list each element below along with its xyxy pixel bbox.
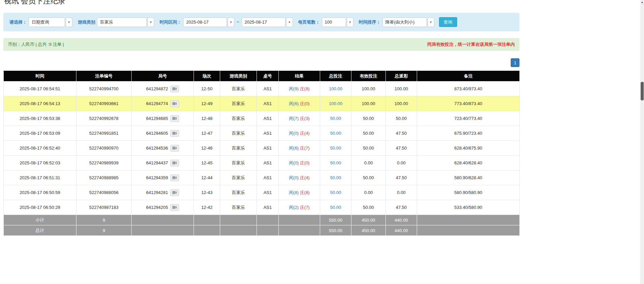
search-button[interactable]: 查询: [439, 17, 457, 27]
video-replay-icon[interactable]: [170, 160, 179, 166]
cell-session: 12-44: [194, 170, 220, 185]
cell-session: 12-42: [194, 200, 220, 215]
date-separator: ~: [237, 20, 239, 25]
content: 视讯 会员下注纪录 请选择： 日期查询 ▼ 游戏类别 百家乐 ▼ 时间区间： 2…: [3, 0, 519, 236]
total-bet-link[interactable]: 100.00: [329, 86, 342, 91]
video-replay-icon[interactable]: [170, 115, 179, 122]
cell-bet-id: 522740988056: [76, 185, 132, 200]
video-replay-icon[interactable]: [170, 175, 179, 181]
page-size-label: 每页笔数：: [298, 19, 320, 25]
table-row: 2025-08-17 06:50:59522740988056641294281…: [4, 185, 520, 200]
query-type-value[interactable]: 日期查询: [29, 18, 65, 27]
cell-table-no: AS1: [257, 156, 279, 170]
scrollbar-thumb[interactable]: [641, 82, 644, 100]
chevron-down-icon[interactable]: ▼: [147, 18, 154, 27]
cell-session: 12-46: [194, 141, 220, 156]
date-to-picker[interactable]: 2025-08-17 ▼: [242, 18, 293, 27]
cell-payout: 100.00: [386, 96, 417, 111]
footer-cell: [279, 225, 320, 236]
cell-table-no: AS1: [257, 200, 279, 215]
video-replay-icon[interactable]: [170, 145, 179, 152]
chevron-down-icon[interactable]: ▼: [347, 18, 353, 27]
cell-result: 闲(9) 庄(8): [279, 82, 320, 96]
chevron-down-icon[interactable]: ▼: [228, 18, 234, 27]
video-replay-icon[interactable]: [170, 100, 179, 107]
cell-payout: 47.50: [386, 170, 417, 185]
sort-order-label: 时间排序：: [359, 19, 381, 25]
cell-table-no: AS1: [257, 126, 279, 141]
total-bet-link[interactable]: 50.00: [330, 205, 341, 210]
cell-payout: 47.50: [386, 141, 417, 156]
result-player: 闲(7): [289, 116, 299, 121]
total-bet-link[interactable]: 100.00: [329, 101, 342, 106]
summary-bar: 币别：人民币 | 总共 :9 注单 | 同局有效投注，统一计算在该局第一张注单内: [3, 38, 519, 51]
table-header-cell: 时间: [4, 71, 76, 82]
cell-result: 闲(6) 庄(0): [279, 96, 320, 111]
cell-game-type: 百家乐: [220, 141, 257, 156]
cell-payout: 100.00: [386, 82, 417, 96]
chevron-down-icon[interactable]: ▼: [286, 18, 293, 27]
cell-payout: 47.50: [386, 126, 417, 141]
cell-game-type: 百家乐: [220, 96, 257, 111]
footer-cell: [417, 225, 520, 236]
cell-time: 2025-08-17 06:53:09: [4, 126, 76, 141]
table-row: 2025-08-17 06:52:03522740989939641294437…: [4, 156, 520, 170]
sort-order-select[interactable]: 降幂(由大到小) ▼: [382, 18, 434, 27]
table-row: 2025-08-17 06:53:09522740991851641294605…: [4, 126, 520, 141]
chevron-down-icon[interactable]: ▼: [428, 18, 434, 27]
cell-time: 2025-08-17 06:54:13: [4, 96, 76, 111]
cell-time: 2025-08-17 06:52:40: [4, 141, 76, 156]
cell-session: 12-50: [194, 82, 220, 96]
cell-time: 2025-08-17 06:54:51: [4, 82, 76, 96]
table-header-cell: 局号: [132, 71, 194, 82]
page-size-select[interactable]: 100 ▼: [322, 18, 353, 27]
cell-game-type: 百家乐: [220, 156, 257, 170]
total-bet-link[interactable]: 50.00: [330, 175, 341, 180]
page-1-button[interactable]: 1: [511, 58, 519, 67]
scroll-up-arrow-icon[interactable]: ▲: [640, 0, 644, 4]
cell-time: 2025-08-17 06:50:29: [4, 200, 76, 215]
total-bet-link[interactable]: 50.00: [330, 190, 341, 195]
cell-result: 闲(2) 庄(7): [279, 200, 320, 215]
footer-cell: [220, 225, 257, 236]
footer-cell: 小计: [4, 215, 76, 225]
cell-valid-bet: 50.00: [351, 111, 386, 126]
cell-bet-id: 522740987183: [76, 200, 132, 215]
cell-total-bet: 50.00: [320, 141, 351, 156]
date-from-value[interactable]: 2025-08-17: [183, 18, 227, 27]
cell-game-type: 百家乐: [220, 82, 257, 96]
cell-session: 12-45: [194, 156, 220, 170]
sort-order-value[interactable]: 降幂(由大到小): [382, 18, 427, 27]
footer-cell: 总计: [4, 225, 76, 236]
cell-table-no: AS1: [257, 141, 279, 156]
table-header-cell: 桌号: [257, 71, 279, 82]
cell-round-id: 641294605: [132, 126, 194, 141]
video-replay-icon[interactable]: [170, 189, 179, 196]
query-type-select[interactable]: 日期查询 ▼: [29, 18, 72, 27]
subtotal-row: 小计9550.00450.00440.00: [4, 215, 520, 225]
footer-cell: 450.00: [351, 225, 386, 236]
result-player: 闲(0): [289, 131, 299, 136]
date-to-value[interactable]: 2025-08-17: [242, 18, 285, 27]
game-type-select[interactable]: 百家乐 ▼: [97, 18, 154, 27]
video-replay-icon[interactable]: [170, 130, 179, 137]
total-bet-link[interactable]: 50.00: [330, 131, 341, 136]
date-from-picker[interactable]: 2025-08-17 ▼: [183, 18, 234, 27]
footer-cell: 440.00: [386, 225, 417, 236]
round-id-text: 641294281: [146, 190, 168, 195]
total-bet-link[interactable]: 50.00: [330, 160, 341, 165]
video-replay-icon[interactable]: [170, 204, 179, 211]
result-player: 闲(9): [289, 86, 299, 91]
cell-session: 12-48: [194, 111, 220, 126]
total-bet-link[interactable]: 50.00: [330, 146, 341, 151]
cell-round-id: 641294281: [132, 185, 194, 200]
scrollbar[interactable]: ▲: [640, 0, 644, 284]
cell-table-no: AS1: [257, 82, 279, 96]
chevron-down-icon[interactable]: ▼: [66, 18, 72, 27]
total-bet-link[interactable]: 50.00: [330, 116, 341, 121]
page-size-value[interactable]: 100: [322, 18, 346, 27]
video-replay-icon[interactable]: [170, 86, 179, 92]
cell-valid-bet: 50.00: [351, 141, 386, 156]
round-id-text: 641294437: [146, 160, 168, 165]
game-type-value[interactable]: 百家乐: [97, 18, 147, 27]
